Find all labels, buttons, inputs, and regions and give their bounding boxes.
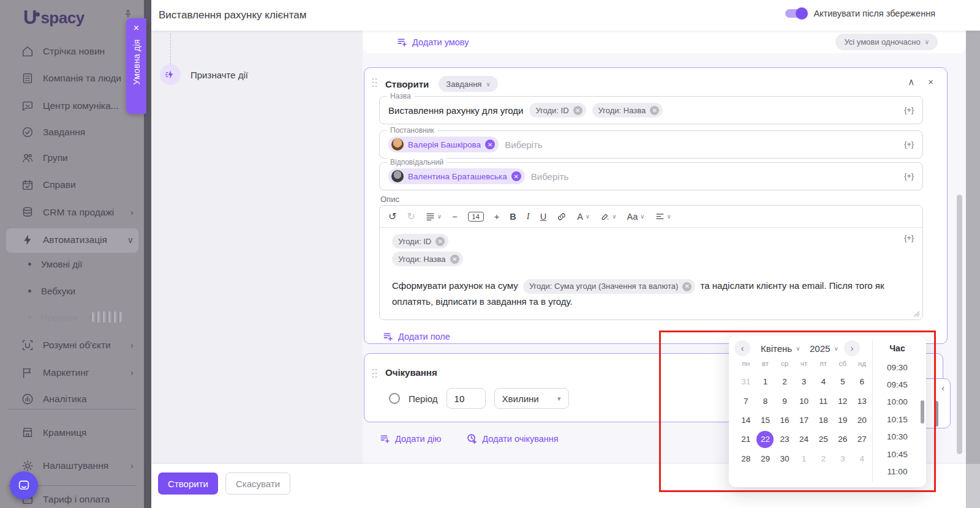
sidebar-item-automation[interactable]: Автоматизація ∨ — [21, 231, 138, 248]
time-option[interactable]: 09:45 — [872, 376, 922, 393]
author-field[interactable]: Постановник Валерія Башкірова ✕ Виберіть… — [379, 130, 923, 159]
calendar-day[interactable]: 13 — [853, 391, 872, 410]
time-option[interactable]: 11:00 — [872, 463, 922, 480]
calendar-day[interactable]: 6 — [853, 372, 872, 391]
variable-chip[interactable]: Угоди: Назва ✕ — [592, 103, 663, 118]
remove-chip-icon[interactable]: ✕ — [682, 282, 692, 291]
resize-handle-icon[interactable] — [913, 310, 920, 317]
insert-variable-button[interactable]: {+} — [904, 106, 914, 114]
calendar-day[interactable]: 1 — [756, 372, 775, 391]
time-option[interactable]: 10:30 — [872, 428, 922, 446]
calendar-day[interactable]: 12 — [833, 391, 853, 410]
calendar-day[interactable]: 10 — [794, 391, 814, 410]
calendar-day[interactable]: 27 — [853, 430, 872, 449]
sidebar-item-tasks[interactable]: Завдання — [21, 124, 138, 141]
font-size-increase-icon[interactable]: + — [494, 212, 499, 222]
sidebar-item-settings[interactable]: Налаштування › — [21, 457, 138, 474]
previous-month-button[interactable]: ‹ — [734, 340, 750, 356]
drag-handle-icon[interactable] — [372, 78, 377, 88]
calendar-day[interactable]: 4 — [813, 372, 833, 391]
sidebar-item-activities[interactable]: Справи — [21, 176, 138, 193]
remove-person-icon[interactable]: ✕ — [485, 140, 495, 149]
drag-handle-icon[interactable] — [372, 368, 377, 378]
close-card-icon[interactable]: × — [928, 77, 933, 88]
sidebar-item-groups[interactable]: Групи — [21, 149, 138, 166]
typography-icon[interactable]: Aa∨ — [627, 212, 644, 222]
conditional-action-tab[interactable]: × Умовна дія — [126, 18, 146, 114]
time-option[interactable]: 10:00 — [872, 394, 922, 411]
add-action-button[interactable]: Додати дію — [380, 433, 441, 444]
calendar-day[interactable]: 26 — [833, 430, 853, 449]
year-select[interactable]: 2025 ∨ — [810, 343, 839, 354]
align-icon[interactable]: ∨ — [655, 212, 671, 221]
calendar-day[interactable]: 30 — [775, 449, 794, 468]
person-chip[interactable]: Валерія Башкірова ✕ — [388, 136, 499, 152]
variable-chip[interactable]: Угоди: ID✕ — [392, 234, 448, 248]
calendar-day[interactable]: 3 — [833, 449, 853, 468]
calendar-day[interactable]: 16 — [775, 411, 794, 430]
calendar-day[interactable]: 5 — [833, 372, 853, 391]
calendar-day[interactable]: 22 — [756, 430, 775, 449]
remove-chip-icon[interactable]: ✕ — [650, 106, 659, 115]
create-button[interactable]: Створити — [158, 473, 218, 495]
support-chat-button[interactable] — [10, 471, 38, 499]
calendar-day[interactable]: 21 — [736, 430, 756, 449]
time-scrollbar-thumb[interactable] — [921, 400, 924, 424]
calendar-day[interactable]: 8 — [756, 391, 775, 410]
add-wait-button[interactable]: Додати очікування — [467, 433, 558, 444]
period-unit-select[interactable]: Хвилини ▾ — [494, 388, 569, 409]
time-option[interactable]: 10:15 — [872, 411, 922, 428]
insert-variable-button[interactable]: {+} — [904, 234, 914, 242]
calendar-day[interactable]: 2 — [813, 449, 833, 468]
remove-chip-icon[interactable]: ✕ — [573, 106, 582, 115]
calendar-day[interactable]: 2 — [775, 372, 794, 391]
sidebar-item-crm[interactable]: CRM та продажі › — [21, 204, 138, 221]
close-tab-icon[interactable]: × — [134, 23, 139, 33]
collapse-card-icon[interactable]: ∧ — [908, 77, 914, 88]
time-option[interactable]: 09:30 — [872, 359, 922, 376]
underline-icon[interactable]: U — [540, 212, 546, 222]
calendar-day[interactable]: 20 — [853, 411, 872, 430]
next-month-button[interactable]: › — [844, 340, 860, 356]
remove-chip-icon[interactable]: ✕ — [450, 255, 459, 264]
variable-chip[interactable]: Угоди: ID ✕ — [529, 103, 586, 118]
calendar-day[interactable]: 7 — [736, 391, 756, 410]
scrollbar-thumb[interactable] — [934, 401, 938, 427]
activate-toggle[interactable] — [785, 9, 806, 18]
insert-variable-button[interactable]: {+} — [904, 140, 914, 149]
insert-variable-button[interactable]: {+} — [904, 172, 914, 181]
time-option[interactable]: 10:45 — [872, 446, 922, 463]
entity-type-select[interactable]: Завдання ∨ — [439, 76, 497, 92]
period-value-input[interactable]: 10 — [447, 388, 486, 409]
sidebar-item-smart-objects[interactable]: Розумні об'єкти › — [21, 337, 138, 354]
font-size-decrease-icon[interactable]: − — [452, 212, 457, 222]
calendar-day[interactable]: 19 — [833, 411, 853, 430]
sidebar-item-company[interactable]: Компанія та люди › — [21, 70, 138, 87]
calendar-day[interactable]: 23 — [775, 430, 794, 449]
calendar-day[interactable]: 17 — [794, 411, 814, 430]
period-radio[interactable] — [389, 393, 400, 404]
conditions-mode-select[interactable]: Усі умови одночасно ∨ — [835, 34, 938, 50]
calendar-day[interactable]: 4 — [853, 449, 872, 468]
paragraph-format-icon[interactable]: ∨ — [426, 212, 442, 221]
cancel-button[interactable]: Скасувати — [225, 473, 290, 495]
link-icon[interactable] — [557, 212, 567, 222]
calendar-day[interactable]: 14 — [736, 411, 756, 430]
calendar-day[interactable]: 29 — [756, 449, 775, 468]
editor-content[interactable]: Угоди: ID✕ Угоди: Назва✕ {+} Сформувати … — [380, 228, 922, 319]
sidebar-item-billing[interactable]: Тариф і оплата — [21, 491, 138, 508]
description-editor[interactable]: ↺ ↻ ∨ − 14 + B I U A∨ — [379, 205, 923, 320]
text-color-icon[interactable]: A∨ — [577, 212, 590, 222]
calendar-day[interactable]: 1 — [794, 449, 814, 468]
calendar-day[interactable]: 24 — [794, 430, 814, 449]
sidebar-subitem-webhooks[interactable]: Вебхуки — [28, 283, 138, 298]
calendar-day[interactable]: 31 — [736, 372, 756, 391]
window-scrollbar[interactable] — [957, 195, 962, 454]
task-name-field[interactable]: Назва Виставлення рахунку для угоди Угод… — [379, 96, 923, 124]
highlight-color-icon[interactable]: ∨ — [600, 212, 616, 221]
sidebar-subitem-processes[interactable]: Процеси — [28, 310, 138, 324]
variable-chip[interactable]: Угоди: Назва✕ — [392, 252, 463, 266]
calendar-day[interactable]: 18 — [813, 411, 833, 430]
italic-icon[interactable]: I — [527, 211, 530, 222]
calendar-day[interactable]: 25 — [813, 430, 833, 449]
